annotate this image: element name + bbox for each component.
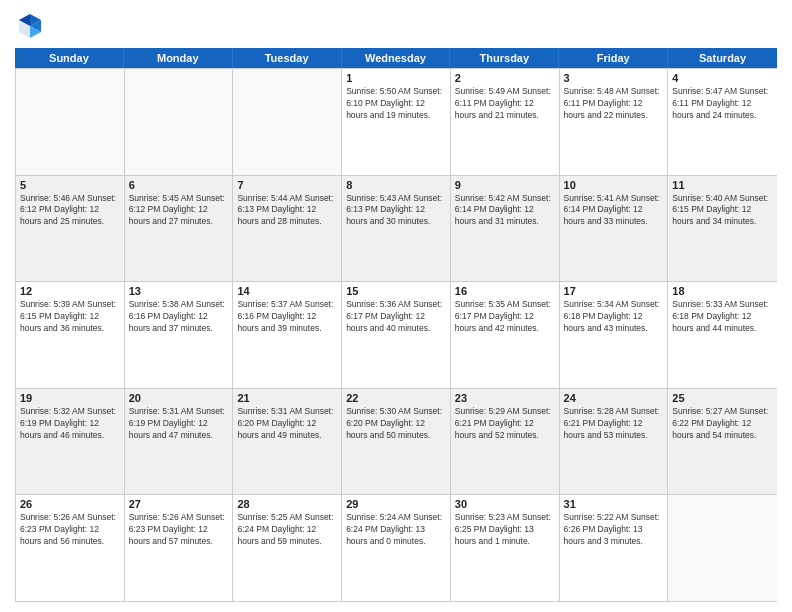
calendar-cell-0-0 — [16, 69, 125, 175]
calendar-row-4: 26Sunrise: 5:26 AM Sunset: 6:23 PM Dayli… — [16, 495, 777, 602]
calendar-cell-1-0: 5Sunrise: 5:46 AM Sunset: 6:12 PM Daylig… — [16, 176, 125, 282]
calendar-cell-1-4: 9Sunrise: 5:42 AM Sunset: 6:14 PM Daylig… — [451, 176, 560, 282]
day-number: 21 — [237, 392, 337, 404]
calendar-cell-2-0: 12Sunrise: 5:39 AM Sunset: 6:15 PM Dayli… — [16, 282, 125, 388]
day-number: 9 — [455, 179, 555, 191]
calendar-cell-0-2 — [233, 69, 342, 175]
day-number: 4 — [672, 72, 773, 84]
header-day-saturday: Saturday — [668, 48, 777, 68]
sun-info: Sunrise: 5:42 AM Sunset: 6:14 PM Dayligh… — [455, 193, 555, 229]
calendar: SundayMondayTuesdayWednesdayThursdayFrid… — [15, 48, 777, 602]
calendar-cell-0-6: 4Sunrise: 5:47 AM Sunset: 6:11 PM Daylig… — [668, 69, 777, 175]
day-number: 5 — [20, 179, 120, 191]
day-number: 28 — [237, 498, 337, 510]
sun-info: Sunrise: 5:48 AM Sunset: 6:11 PM Dayligh… — [564, 86, 664, 122]
calendar-cell-2-2: 14Sunrise: 5:37 AM Sunset: 6:16 PM Dayli… — [233, 282, 342, 388]
sun-info: Sunrise: 5:32 AM Sunset: 6:19 PM Dayligh… — [20, 406, 120, 442]
sun-info: Sunrise: 5:22 AM Sunset: 6:26 PM Dayligh… — [564, 512, 664, 548]
day-number: 24 — [564, 392, 664, 404]
sun-info: Sunrise: 5:47 AM Sunset: 6:11 PM Dayligh… — [672, 86, 773, 122]
sun-info: Sunrise: 5:31 AM Sunset: 6:19 PM Dayligh… — [129, 406, 229, 442]
day-number: 15 — [346, 285, 446, 297]
day-number: 18 — [672, 285, 773, 297]
day-number: 1 — [346, 72, 446, 84]
calendar-cell-4-0: 26Sunrise: 5:26 AM Sunset: 6:23 PM Dayli… — [16, 495, 125, 601]
calendar-cell-4-5: 31Sunrise: 5:22 AM Sunset: 6:26 PM Dayli… — [560, 495, 669, 601]
calendar-cell-3-4: 23Sunrise: 5:29 AM Sunset: 6:21 PM Dayli… — [451, 389, 560, 495]
calendar-cell-4-3: 29Sunrise: 5:24 AM Sunset: 6:24 PM Dayli… — [342, 495, 451, 601]
calendar-cell-1-1: 6Sunrise: 5:45 AM Sunset: 6:12 PM Daylig… — [125, 176, 234, 282]
sun-info: Sunrise: 5:50 AM Sunset: 6:10 PM Dayligh… — [346, 86, 446, 122]
calendar-header: SundayMondayTuesdayWednesdayThursdayFrid… — [15, 48, 777, 68]
header-day-monday: Monday — [124, 48, 233, 68]
calendar-cell-0-5: 3Sunrise: 5:48 AM Sunset: 6:11 PM Daylig… — [560, 69, 669, 175]
sun-info: Sunrise: 5:31 AM Sunset: 6:20 PM Dayligh… — [237, 406, 337, 442]
day-number: 19 — [20, 392, 120, 404]
sun-info: Sunrise: 5:27 AM Sunset: 6:22 PM Dayligh… — [672, 406, 773, 442]
calendar-body: 1Sunrise: 5:50 AM Sunset: 6:10 PM Daylig… — [15, 68, 777, 602]
header-day-sunday: Sunday — [15, 48, 124, 68]
logo-icon — [15, 10, 45, 40]
page: SundayMondayTuesdayWednesdayThursdayFrid… — [0, 0, 792, 612]
calendar-cell-1-2: 7Sunrise: 5:44 AM Sunset: 6:13 PM Daylig… — [233, 176, 342, 282]
sun-info: Sunrise: 5:41 AM Sunset: 6:14 PM Dayligh… — [564, 193, 664, 229]
day-number: 6 — [129, 179, 229, 191]
sun-info: Sunrise: 5:44 AM Sunset: 6:13 PM Dayligh… — [237, 193, 337, 229]
calendar-cell-3-2: 21Sunrise: 5:31 AM Sunset: 6:20 PM Dayli… — [233, 389, 342, 495]
day-number: 26 — [20, 498, 120, 510]
day-number: 30 — [455, 498, 555, 510]
sun-info: Sunrise: 5:26 AM Sunset: 6:23 PM Dayligh… — [129, 512, 229, 548]
sun-info: Sunrise: 5:40 AM Sunset: 6:15 PM Dayligh… — [672, 193, 773, 229]
calendar-cell-3-5: 24Sunrise: 5:28 AM Sunset: 6:21 PM Dayli… — [560, 389, 669, 495]
calendar-cell-3-1: 20Sunrise: 5:31 AM Sunset: 6:19 PM Dayli… — [125, 389, 234, 495]
sun-info: Sunrise: 5:25 AM Sunset: 6:24 PM Dayligh… — [237, 512, 337, 548]
calendar-cell-1-3: 8Sunrise: 5:43 AM Sunset: 6:13 PM Daylig… — [342, 176, 451, 282]
calendar-cell-2-5: 17Sunrise: 5:34 AM Sunset: 6:18 PM Dayli… — [560, 282, 669, 388]
calendar-cell-4-6 — [668, 495, 777, 601]
sun-info: Sunrise: 5:38 AM Sunset: 6:16 PM Dayligh… — [129, 299, 229, 335]
sun-info: Sunrise: 5:34 AM Sunset: 6:18 PM Dayligh… — [564, 299, 664, 335]
day-number: 13 — [129, 285, 229, 297]
day-number: 22 — [346, 392, 446, 404]
day-number: 23 — [455, 392, 555, 404]
sun-info: Sunrise: 5:46 AM Sunset: 6:12 PM Dayligh… — [20, 193, 120, 229]
calendar-cell-0-3: 1Sunrise: 5:50 AM Sunset: 6:10 PM Daylig… — [342, 69, 451, 175]
day-number: 8 — [346, 179, 446, 191]
calendar-cell-1-6: 11Sunrise: 5:40 AM Sunset: 6:15 PM Dayli… — [668, 176, 777, 282]
calendar-cell-1-5: 10Sunrise: 5:41 AM Sunset: 6:14 PM Dayli… — [560, 176, 669, 282]
header-day-thursday: Thursday — [450, 48, 559, 68]
day-number: 3 — [564, 72, 664, 84]
calendar-row-3: 19Sunrise: 5:32 AM Sunset: 6:19 PM Dayli… — [16, 389, 777, 496]
sun-info: Sunrise: 5:30 AM Sunset: 6:20 PM Dayligh… — [346, 406, 446, 442]
calendar-cell-2-4: 16Sunrise: 5:35 AM Sunset: 6:17 PM Dayli… — [451, 282, 560, 388]
day-number: 11 — [672, 179, 773, 191]
sun-info: Sunrise: 5:45 AM Sunset: 6:12 PM Dayligh… — [129, 193, 229, 229]
sun-info: Sunrise: 5:26 AM Sunset: 6:23 PM Dayligh… — [20, 512, 120, 548]
day-number: 16 — [455, 285, 555, 297]
logo — [15, 10, 49, 40]
calendar-row-1: 5Sunrise: 5:46 AM Sunset: 6:12 PM Daylig… — [16, 176, 777, 283]
sun-info: Sunrise: 5:39 AM Sunset: 6:15 PM Dayligh… — [20, 299, 120, 335]
sun-info: Sunrise: 5:29 AM Sunset: 6:21 PM Dayligh… — [455, 406, 555, 442]
sun-info: Sunrise: 5:28 AM Sunset: 6:21 PM Dayligh… — [564, 406, 664, 442]
sun-info: Sunrise: 5:23 AM Sunset: 6:25 PM Dayligh… — [455, 512, 555, 548]
calendar-row-2: 12Sunrise: 5:39 AM Sunset: 6:15 PM Dayli… — [16, 282, 777, 389]
day-number: 31 — [564, 498, 664, 510]
day-number: 20 — [129, 392, 229, 404]
header-day-wednesday: Wednesday — [342, 48, 451, 68]
calendar-cell-0-1 — [125, 69, 234, 175]
sun-info: Sunrise: 5:49 AM Sunset: 6:11 PM Dayligh… — [455, 86, 555, 122]
day-number: 29 — [346, 498, 446, 510]
day-number: 17 — [564, 285, 664, 297]
sun-info: Sunrise: 5:33 AM Sunset: 6:18 PM Dayligh… — [672, 299, 773, 335]
header — [15, 10, 777, 40]
calendar-cell-3-3: 22Sunrise: 5:30 AM Sunset: 6:20 PM Dayli… — [342, 389, 451, 495]
calendar-cell-3-0: 19Sunrise: 5:32 AM Sunset: 6:19 PM Dayli… — [16, 389, 125, 495]
calendar-cell-4-1: 27Sunrise: 5:26 AM Sunset: 6:23 PM Dayli… — [125, 495, 234, 601]
day-number: 12 — [20, 285, 120, 297]
day-number: 27 — [129, 498, 229, 510]
day-number: 10 — [564, 179, 664, 191]
sun-info: Sunrise: 5:43 AM Sunset: 6:13 PM Dayligh… — [346, 193, 446, 229]
day-number: 25 — [672, 392, 773, 404]
sun-info: Sunrise: 5:35 AM Sunset: 6:17 PM Dayligh… — [455, 299, 555, 335]
